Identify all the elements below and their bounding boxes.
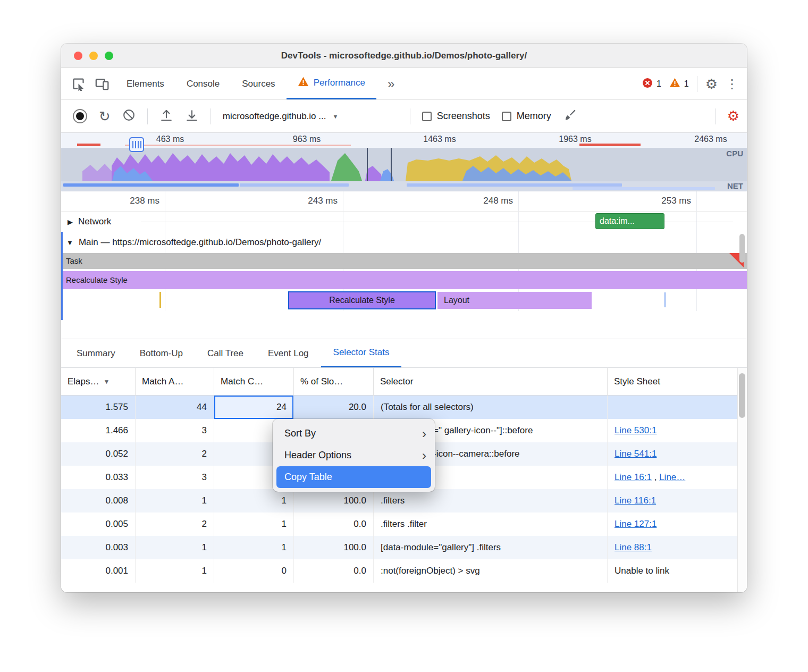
network-track-header[interactable]: ▶ Network data:im... bbox=[61, 212, 747, 232]
collapse-arrow-icon[interactable]: ▶ bbox=[68, 218, 73, 226]
dropdown-arrow-icon: ▼ bbox=[332, 113, 338, 120]
table-header: Elaps… ▼ Match A… Match C… % of Slo… Sel… bbox=[61, 368, 747, 396]
record-button[interactable] bbox=[76, 112, 84, 120]
timeline-detail[interactable]: 238 ms 243 ms 248 ms 253 ms ▶ Network da… bbox=[61, 191, 747, 339]
net-activity-bar bbox=[63, 183, 239, 187]
window-boundary-line[interactable] bbox=[367, 148, 368, 181]
reload-and-record-icon[interactable]: ↻ bbox=[99, 110, 111, 123]
load-profile-icon[interactable] bbox=[159, 108, 173, 124]
zoom-window-button[interactable] bbox=[105, 52, 113, 60]
network-request-block[interactable]: data:im... bbox=[595, 213, 664, 229]
stylesheet-link[interactable]: Line 541:1 bbox=[615, 449, 656, 459]
settings-gear-icon[interactable]: ⚙ bbox=[705, 77, 718, 91]
table-row[interactable]: 0.003 1 1 100.0 [data-module="gallery"] … bbox=[61, 536, 747, 559]
timeline-scrollbar-thumb[interactable] bbox=[739, 234, 745, 263]
ruler-tick: 1963 ms bbox=[550, 135, 601, 144]
stylesheet-link[interactable]: Line 88:1 bbox=[615, 542, 652, 552]
error-count[interactable]: 1 bbox=[642, 78, 661, 90]
device-toolbar-icon[interactable] bbox=[92, 74, 111, 94]
table-row[interactable]: 0.005 2 1 0.0 .filters .filter Line 127:… bbox=[61, 513, 747, 536]
ruler-tick: 463 ms bbox=[145, 135, 196, 144]
tab-event-log[interactable]: Event Log bbox=[256, 339, 321, 367]
tab-bottom-up[interactable]: Bottom-Up bbox=[128, 339, 195, 367]
menu-item-sort-by[interactable]: Sort By › bbox=[273, 423, 435, 444]
performance-toolbar: ↻ microsoftedge.github.io ... ▼ Screensh… bbox=[61, 100, 747, 133]
history-select[interactable]: microsoftedge.github.io ... ▼ bbox=[223, 111, 398, 122]
detail-ruler: 238 ms 243 ms 248 ms 253 ms bbox=[61, 191, 747, 212]
col-style-sheet[interactable]: Style Sheet bbox=[608, 368, 747, 395]
tab-sources[interactable]: Sources bbox=[231, 68, 286, 99]
more-options-icon[interactable]: ⋮ bbox=[726, 78, 738, 90]
recalculate-style-bar[interactable]: Recalculate Style bbox=[61, 271, 747, 289]
close-window-button[interactable] bbox=[74, 52, 82, 60]
stylesheet-link[interactable]: Line 530:1 bbox=[615, 425, 656, 435]
task-bar[interactable]: Task bbox=[61, 253, 747, 269]
event-tick-blue bbox=[664, 292, 666, 307]
event-tick-yellow bbox=[159, 292, 161, 308]
minimize-window-button[interactable] bbox=[89, 52, 98, 60]
devtools-window: DevTools - microsoftedge.github.io/Demos… bbox=[61, 44, 747, 592]
col-match-count[interactable]: Match C… bbox=[214, 368, 294, 395]
more-tabs-button[interactable]: » bbox=[376, 68, 406, 99]
stylesheet-link[interactable]: Line 116:1 bbox=[615, 495, 656, 506]
inspect-element-icon[interactable] bbox=[69, 74, 88, 94]
submenu-chevron-icon: › bbox=[422, 427, 426, 440]
stylesheet-link[interactable]: Line 127:1 bbox=[615, 519, 656, 529]
table-row[interactable]: 1.575 44 24 20.0 (Totals for all selecto… bbox=[61, 396, 747, 419]
table-scrollbar-thumb[interactable] bbox=[739, 373, 745, 418]
stylesheet-link[interactable]: Line 16:1 bbox=[615, 472, 652, 482]
expand-arrow-icon[interactable]: ▼ bbox=[66, 239, 73, 247]
link-separator: , bbox=[654, 472, 657, 482]
timeline-overview[interactable]: 463 ms 963 ms 1463 ms 1963 ms 2463 ms C bbox=[61, 133, 747, 191]
table-row[interactable]: 0.008 1 1 100.0 .filters Line 116:1 bbox=[61, 489, 747, 513]
layout-event[interactable]: Layout bbox=[437, 292, 592, 309]
stylesheet-link[interactable]: Line… bbox=[659, 472, 685, 482]
save-profile-icon[interactable] bbox=[185, 108, 199, 124]
col-selector[interactable]: Selector bbox=[374, 368, 608, 395]
capture-settings-gear-icon[interactable]: ⚙ bbox=[727, 108, 739, 124]
divider bbox=[410, 108, 410, 124]
menu-item-copy-table[interactable]: Copy Table bbox=[276, 466, 431, 488]
ruler-tick: 248 ms bbox=[462, 196, 513, 206]
selection-window-handle[interactable] bbox=[129, 137, 144, 152]
tab-selector-stats[interactable]: Selector Stats bbox=[321, 339, 402, 367]
tab-summary[interactable]: Summary bbox=[64, 339, 128, 367]
more-tabs-chevrons-icon: » bbox=[388, 78, 394, 90]
bottom-pane-tabbar: Summary Bottom-Up Call Tree Event Log Se… bbox=[61, 339, 747, 368]
error-icon bbox=[642, 78, 653, 90]
divider bbox=[147, 108, 148, 124]
traffic-lights bbox=[74, 52, 113, 60]
net-activity-bar bbox=[240, 183, 349, 187]
warning-icon bbox=[669, 78, 680, 90]
focused-cell[interactable]: 24 bbox=[214, 396, 294, 419]
memory-checkbox[interactable] bbox=[502, 112, 511, 121]
divider bbox=[697, 76, 697, 92]
long-task-marker bbox=[579, 144, 641, 146]
col-elapsed[interactable]: Elaps… ▼ bbox=[61, 368, 136, 395]
divider bbox=[715, 108, 716, 124]
titlebar: DevTools - microsoftedge.github.io/Demos… bbox=[61, 44, 747, 68]
tab-performance[interactable]: Performance bbox=[287, 68, 376, 99]
screenshots-checkbox[interactable] bbox=[422, 112, 432, 121]
selected-recalculate-style-event[interactable]: Recalculate Style bbox=[288, 291, 436, 309]
menu-item-header-options[interactable]: Header Options › bbox=[273, 444, 435, 466]
context-menu: Sort By › Header Options › Copy Table bbox=[273, 419, 435, 492]
memory-checkbox-row: Memory bbox=[502, 111, 551, 122]
warning-count[interactable]: 1 bbox=[669, 78, 689, 90]
tab-console[interactable]: Console bbox=[175, 68, 231, 99]
tab-call-tree[interactable]: Call Tree bbox=[195, 339, 256, 367]
window-boundary-line[interactable] bbox=[391, 148, 392, 181]
selected-track-accent bbox=[61, 232, 63, 320]
gc-broom-icon[interactable] bbox=[563, 108, 577, 124]
overview-net-track[interactable]: NET bbox=[61, 181, 747, 191]
cpu-track-label: CPU bbox=[726, 149, 743, 158]
flame-row: Recalculate Style Layout bbox=[61, 291, 747, 312]
col-match-attempts[interactable]: Match A… bbox=[136, 368, 214, 395]
table-row[interactable]: 0.001 1 0 0.0 :not(foreignObject) > svg … bbox=[61, 559, 747, 583]
main-track-header[interactable]: ▼ Main — https://microsoftedge.github.io… bbox=[61, 232, 747, 253]
col-pct-slow[interactable]: % of Slo… bbox=[294, 368, 374, 395]
clear-recordings-icon[interactable] bbox=[122, 108, 136, 124]
divider bbox=[211, 108, 211, 124]
tab-elements[interactable]: Elements bbox=[115, 68, 175, 99]
overview-cpu-track[interactable]: CPU bbox=[61, 148, 747, 181]
